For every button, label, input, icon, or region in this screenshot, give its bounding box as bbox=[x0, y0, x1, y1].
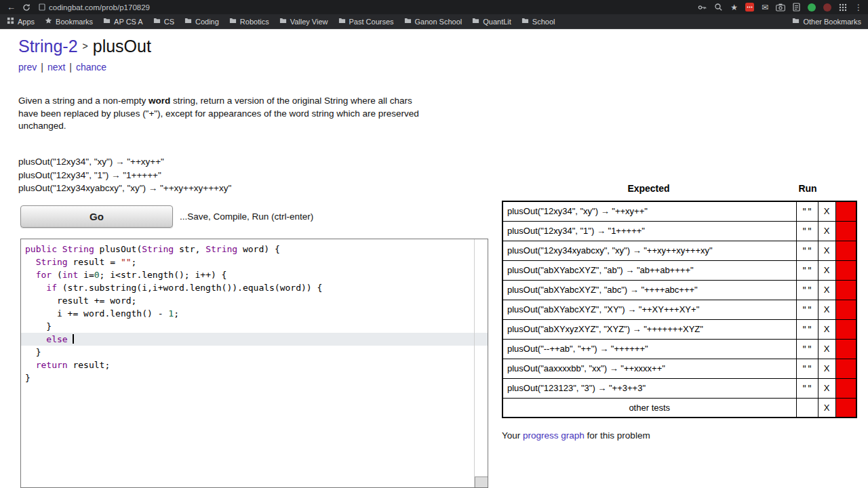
folder-icon bbox=[229, 17, 237, 26]
fail-indicator-cell bbox=[835, 280, 856, 300]
editor-resize-grip[interactable] bbox=[475, 476, 488, 487]
go-button[interactable]: Go bbox=[20, 205, 173, 228]
result-row: plusOut("abXYabcXYZ", "XY") → "++XY+++XY… bbox=[502, 300, 856, 319]
doc-icon[interactable] bbox=[793, 3, 800, 12]
bookmark-label: Other Bookmarks bbox=[803, 18, 861, 26]
code-editor-lines[interactable]: public String plusOut(String str, String… bbox=[21, 239, 488, 384]
expected-cell: plusOut("--++ab", "++") → "++++++" bbox=[502, 339, 796, 359]
url-text: codingbat.com/prob/p170829 bbox=[49, 3, 150, 12]
code-line: } bbox=[21, 371, 488, 384]
status-cell: X bbox=[818, 339, 835, 359]
run-header: Run bbox=[787, 183, 828, 194]
breadcrumb: String-2>plusOut bbox=[18, 37, 151, 56]
status-cell: X bbox=[818, 241, 835, 260]
go-hint: ...Save, Compile, Run (ctrl-enter) bbox=[180, 211, 313, 222]
folder-icon bbox=[279, 17, 287, 26]
status-cell: X bbox=[818, 221, 835, 241]
apps-grid-icon[interactable] bbox=[839, 3, 847, 12]
progress-graph-link[interactable]: progress graph bbox=[523, 430, 585, 441]
fail-indicator-cell bbox=[835, 300, 856, 319]
run-output-cell: "" bbox=[796, 241, 818, 260]
bookmark-coding[interactable]: Coding bbox=[184, 17, 219, 26]
nav-link-prev[interactable]: prev bbox=[18, 62, 37, 73]
page-info-icon bbox=[39, 3, 45, 11]
fail-indicator-cell bbox=[835, 201, 856, 221]
expected-cell: plusOut("abXYxyzXYZ", "XYZ") → "+++++++X… bbox=[502, 319, 796, 339]
result-row: plusOut("12xy34xyabcxy", "xy") → "++xy++… bbox=[502, 241, 856, 260]
bookmark-valley-view[interactable]: Valley View bbox=[279, 17, 328, 26]
fail-indicator-cell bbox=[835, 339, 856, 359]
search-icon[interactable] bbox=[714, 3, 723, 12]
nav-link-next[interactable]: next bbox=[47, 62, 65, 73]
fail-indicator-cell bbox=[835, 359, 856, 378]
folder-icon bbox=[792, 17, 800, 26]
camera-icon[interactable] bbox=[776, 3, 785, 12]
status-cell: X bbox=[818, 260, 835, 280]
code-line: for (int i=0; i<str.length(); i++) { bbox=[21, 268, 488, 281]
green-status-dot[interactable] bbox=[808, 3, 816, 12]
code-line: public String plusOut(String str, String… bbox=[21, 243, 488, 256]
result-row: plusOut("123123", "3") → "++3++3"""X bbox=[502, 378, 856, 398]
code-line: String result = ""; bbox=[21, 256, 488, 268]
example-line: plusOut("12xy34", "1") → "1+++++" bbox=[18, 169, 231, 182]
code-editor[interactable]: public String plusOut(String str, String… bbox=[20, 239, 488, 488]
example-line: plusOut("12xy34xyabcxy", "xy") → "++xy++… bbox=[18, 182, 231, 195]
result-row: other testsX bbox=[502, 398, 856, 418]
bookmark-label: QuantLit bbox=[483, 18, 511, 26]
back-icon[interactable]: ← bbox=[7, 3, 16, 12]
bookmark-bookmarks[interactable]: Bookmarks bbox=[45, 17, 93, 26]
nav-separator: | bbox=[69, 62, 72, 73]
reload-icon[interactable] bbox=[22, 3, 31, 12]
run-output-cell: "" bbox=[796, 359, 818, 378]
nav-link-chance[interactable]: chance bbox=[76, 62, 106, 73]
example-line: plusOut("12xy34", "xy") → "++xy++" bbox=[18, 155, 231, 169]
run-output-cell: "" bbox=[796, 221, 818, 241]
status-cell: X bbox=[818, 378, 835, 398]
run-output-cell: "" bbox=[796, 201, 818, 221]
bookmark-cs[interactable]: CS bbox=[153, 17, 174, 26]
bookmark-school[interactable]: School bbox=[521, 17, 555, 26]
run-output-cell: "" bbox=[796, 280, 818, 300]
editor-scrollbar-track[interactable] bbox=[474, 239, 475, 487]
expected-cell: plusOut("abXYabcXYZ", "XY") → "++XY+++XY… bbox=[502, 300, 796, 319]
key-icon[interactable] bbox=[697, 3, 707, 12]
status-cell: X bbox=[818, 319, 835, 339]
extension-badge-icon[interactable] bbox=[745, 3, 754, 12]
fail-indicator-cell bbox=[835, 241, 856, 260]
go-row: Go ...Save, Compile, Run (ctrl-enter) bbox=[20, 205, 313, 228]
fail-indicator-cell bbox=[835, 221, 856, 241]
bookmark-label: Robotics bbox=[240, 18, 269, 26]
results-panel: Expected Run plusOut("12xy34", "xy") → "… bbox=[502, 183, 856, 441]
code-line: return result; bbox=[21, 359, 488, 371]
status-cell: X bbox=[818, 300, 835, 319]
address-bar[interactable]: codingbat.com/prob/p170829 bbox=[39, 3, 150, 12]
expected-cell: plusOut("12xy34", "xy") → "++xy++" bbox=[502, 201, 796, 221]
expected-header: Expected bbox=[502, 183, 795, 194]
menu-dots-icon[interactable]: ⋮ bbox=[854, 3, 863, 12]
bookmark-ap-cs-a[interactable]: AP CS A bbox=[103, 17, 143, 26]
bookmark-quantlit[interactable]: QuantLit bbox=[472, 17, 511, 26]
profile-avatar[interactable] bbox=[823, 3, 831, 12]
bookmark-other-bookmarks[interactable]: Other Bookmarks bbox=[792, 17, 861, 26]
bookmark-star-icon[interactable]: ★ bbox=[730, 3, 738, 12]
grid-icon bbox=[7, 17, 14, 26]
status-cell: X bbox=[818, 398, 835, 418]
expected-cell: plusOut("abXYabcXYZ", "abc") → "++++abc+… bbox=[502, 280, 796, 300]
bookmark-past-courses[interactable]: Past Courses bbox=[338, 17, 394, 26]
code-line: } bbox=[21, 320, 488, 333]
breadcrumb-separator: > bbox=[83, 41, 88, 52]
result-row: plusOut("12xy34", "1") → "1+++++"""X bbox=[502, 221, 856, 241]
expected-cell: plusOut("123123", "3") → "++3++3" bbox=[502, 378, 796, 398]
bookmark-label: Apps bbox=[18, 18, 35, 26]
expected-cell: plusOut("12xy34", "1") → "1+++++" bbox=[502, 221, 796, 241]
mail-icon[interactable]: ✉ bbox=[762, 3, 768, 12]
problem-nav: prev|next|chance bbox=[18, 62, 106, 73]
section-link[interactable]: String-2 bbox=[18, 37, 78, 56]
bookmark-robotics[interactable]: Robotics bbox=[229, 17, 269, 26]
examples-list: plusOut("12xy34", "xy") → "++xy++"plusOu… bbox=[18, 155, 231, 195]
results-headers: Expected Run bbox=[502, 183, 856, 201]
bookmark-apps[interactable]: Apps bbox=[7, 17, 35, 26]
folder-icon bbox=[472, 17, 479, 26]
bookmark-ganon-school[interactable]: Ganon School bbox=[404, 17, 462, 26]
status-cell: X bbox=[818, 280, 835, 300]
